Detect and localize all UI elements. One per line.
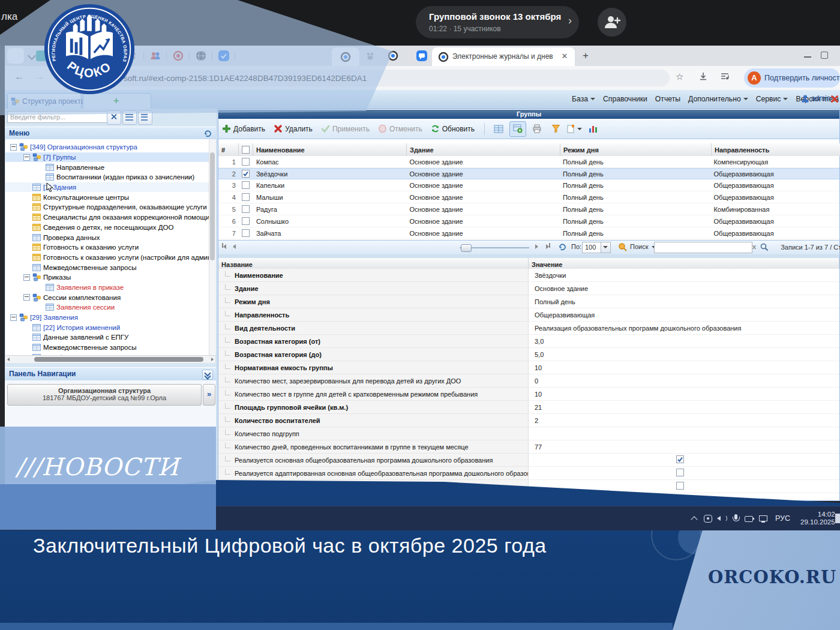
detail-row[interactable]: Возрастная категория (до)5,0 — [218, 348, 839, 361]
row-checkbox[interactable] — [239, 179, 253, 191]
toolbar-Добавить[interactable]: Добавить — [222, 124, 265, 133]
scrollbar-thumb[interactable] — [210, 152, 215, 260]
table-row[interactable]: 6СолнышкоОсновное зданиеПолный деньОбщер… — [218, 215, 839, 227]
column-header-Здание[interactable]: Здание — [407, 143, 560, 156]
tree-horizontal-scrollbar[interactable] — [5, 355, 215, 363]
detail-value[interactable]: 10 — [529, 388, 839, 401]
tree-item-label[interactable]: Данные заявлений с ЕПГУ — [43, 334, 128, 341]
tree-item-label[interactable]: Заявления сессии — [56, 304, 115, 311]
detail-value[interactable] — [529, 427, 839, 440]
download-icon[interactable] — [698, 71, 708, 83]
language-indicator[interactable]: РУС — [775, 514, 790, 523]
scrollbar-thumb[interactable] — [34, 357, 203, 362]
toolbar-Удалить[interactable]: Удалить — [274, 124, 313, 133]
taskbar-clock[interactable]: 14:0229.10.2025 — [800, 511, 835, 526]
detail-value[interactable]: Звёздочки — [529, 269, 839, 282]
detail-row[interactable]: Количество дней, проведенных воспитанник… — [218, 440, 839, 454]
toolbar-Обновить[interactable]: Обновить — [431, 124, 475, 133]
screen-record-icon[interactable] — [703, 513, 713, 524]
tree-item-label[interactable]: Сведения о детях, не посещающих ДОО — [43, 224, 173, 231]
column-header-Режим дня[interactable]: Режим дня — [560, 143, 712, 156]
tree-item[interactable]: Направленные — [5, 162, 215, 172]
search-input[interactable] — [654, 242, 752, 253]
call-info-pill[interactable]: Групповой звонок 13 октября 01:22 · 15 у… — [416, 6, 579, 38]
detail-row[interactable]: НаправленностьОбщеразвивающая — [218, 308, 839, 322]
prev-page-icon[interactable] — [233, 243, 236, 250]
battery-icon[interactable] — [744, 513, 755, 524]
print-icon[interactable] — [529, 122, 545, 136]
tree-item[interactable]: Воспитанники (издан приказ о зачислении) — [5, 172, 215, 182]
chevron-right-icon[interactable]: › — [568, 14, 572, 27]
row-checkbox[interactable] — [239, 227, 253, 239]
detail-value[interactable]: 2 — [529, 414, 839, 427]
scroll-right-icon[interactable] — [211, 358, 214, 361]
tree-item-label[interactable]: Направленные — [56, 164, 104, 171]
search-label[interactable]: Поиск — [630, 243, 648, 250]
tree-item-label[interactable]: Консультационные центры — [43, 194, 129, 201]
tree-vertical-scrollbar[interactable] — [209, 139, 216, 355]
tree-item[interactable]: Готовность к оказанию услуги (настройки … — [5, 253, 215, 263]
detail-row[interactable]: Реализуется основная общеобразовательная… — [218, 454, 839, 467]
tree-item-label[interactable]: Сессии комплектования — [43, 294, 121, 301]
detail-value[interactable]: 3,0 — [529, 335, 839, 348]
collapse-icon[interactable] — [23, 294, 30, 301]
next-page-icon[interactable] — [535, 243, 538, 250]
window-restore-button[interactable] — [821, 52, 828, 59]
tree-item[interactable]: Сведения о детях, не посещающих ДОО — [5, 223, 215, 233]
row-checkbox[interactable] — [239, 215, 253, 227]
nav-more-button[interactable]: » — [203, 384, 215, 406]
value-checkbox[interactable] — [676, 469, 684, 478]
refresh-icon[interactable] — [558, 242, 567, 253]
tree-item[interactable]: Приказы — [5, 272, 215, 283]
tree-item[interactable]: Специалисты для оказания коррекционной п… — [5, 212, 215, 223]
table-row[interactable]: 3КапелькиОсновное зданиеПолный деньОбщер… — [218, 179, 839, 191]
detail-value[interactable]: 0 — [529, 374, 839, 388]
row-checkbox[interactable] — [239, 191, 253, 203]
tree-item-label[interactable]: Приказы — [43, 274, 71, 281]
table-row[interactable]: 2ЗвёздочкиОсновное зданиеПолный деньОбще… — [218, 168, 839, 179]
tree-item-label[interactable]: [22] История изменений — [43, 324, 120, 331]
detail-value[interactable]: Основное здание — [529, 282, 839, 295]
new-tab-button[interactable]: + — [580, 50, 592, 62]
detail-row[interactable]: Нормативная емкость группы10 — [218, 361, 839, 374]
value-checkbox[interactable] — [676, 482, 684, 491]
detail-row[interactable]: Площадь групповой ячейки (кв.м.)21 — [218, 401, 839, 414]
scroll-left-icon[interactable] — [7, 358, 10, 361]
collapse-icon[interactable] — [10, 314, 17, 321]
page-slider-thumb[interactable] — [461, 244, 472, 252]
detail-value[interactable]: 5,0 — [529, 348, 839, 361]
chart-icon[interactable] — [585, 122, 601, 136]
menu-item-Дополнительно[interactable]: Дополнительно — [688, 95, 748, 103]
filter-icon[interactable] — [548, 122, 563, 136]
detail-row[interactable]: НаименованиеЗвёздочки — [218, 269, 839, 282]
first-page-icon[interactable] — [222, 243, 226, 250]
per-page-combo[interactable]: 100 — [582, 242, 611, 253]
column-header-#[interactable]: # — [218, 143, 239, 156]
detail-row[interactable]: Возрастная категория (от)3,0 — [218, 335, 839, 348]
logout-close-icon[interactable] — [830, 95, 839, 106]
menu-item-Сервис[interactable]: Сервис — [756, 95, 788, 103]
value-checkbox[interactable] — [676, 455, 684, 464]
taskbar-edge-icon[interactable] — [835, 514, 840, 523]
tree-item[interactable]: [22] История изменений — [5, 322, 215, 332]
tree-item[interactable]: Данные заявлений с ЕПГУ — [5, 332, 215, 343]
detail-value[interactable]: 10 — [529, 361, 839, 374]
detail-row[interactable]: Количество мест в группе для детей с кра… — [218, 388, 839, 401]
refresh-icon[interactable] — [203, 129, 212, 140]
tree-item-label[interactable]: [29] Заявления — [30, 314, 78, 321]
detail-value[interactable]: Реализация образовательных программ дошк… — [529, 322, 839, 335]
tree-item-label[interactable]: Структурные подразделения, оказывающие у… — [43, 203, 215, 211]
table-row[interactable]: 1КомпасОсновное зданиеПолный деньКомпенс… — [218, 156, 839, 168]
tree-item-label[interactable]: Готовность к оказанию услуги — [43, 244, 139, 251]
user-admin[interactable]: admin — [802, 94, 831, 103]
tree-item[interactable]: Готовность к оказанию услуги — [5, 242, 215, 253]
tree-item[interactable]: Проверка данных — [5, 232, 215, 242]
table-row[interactable]: 4МалышиОсновное зданиеПолный деньОбщераз… — [218, 191, 839, 203]
menu-item-База[interactable]: База — [572, 95, 595, 103]
detail-value[interactable]: 77 — [529, 440, 839, 454]
chevron-up-icon[interactable] — [689, 513, 700, 524]
search-icon[interactable] — [618, 242, 627, 253]
tree-item[interactable]: Консультационные центры — [5, 192, 215, 202]
detail-value[interactable] — [529, 467, 839, 480]
tree-item-label[interactable]: Воспитанники (издан приказ о зачислении) — [56, 173, 194, 181]
